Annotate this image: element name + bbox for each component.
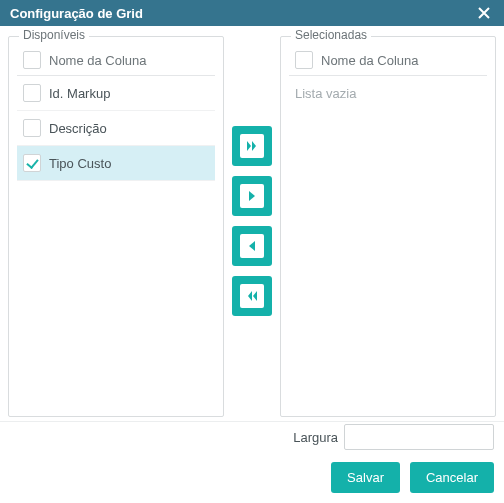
- chevron-right-icon: [240, 184, 264, 208]
- row-label: Id. Markup: [49, 86, 110, 101]
- dialog-titlebar: Configuração de Grid: [0, 0, 504, 26]
- available-panel: Disponíveis Nome da Coluna Id. Markup De…: [8, 36, 224, 417]
- move-right-button[interactable]: [232, 176, 272, 216]
- available-header-row: Nome da Coluna: [17, 45, 215, 76]
- row-checkbox[interactable]: [23, 119, 41, 137]
- double-chevron-right-icon: [240, 134, 264, 158]
- dialog-title: Configuração de Grid: [10, 6, 143, 21]
- width-label: Largura: [293, 430, 338, 445]
- available-legend: Disponíveis: [19, 28, 89, 42]
- width-input[interactable]: [344, 424, 494, 450]
- selected-header-label: Nome da Coluna: [321, 53, 419, 68]
- available-list: Id. Markup Descrição Tipo Custo: [17, 76, 215, 408]
- row-label: Descrição: [49, 121, 107, 136]
- row-checkbox[interactable]: [23, 84, 41, 102]
- selected-header-checkbox[interactable]: [295, 51, 313, 69]
- save-button[interactable]: Salvar: [331, 462, 400, 493]
- row-checkbox[interactable]: [23, 154, 41, 172]
- available-header-checkbox[interactable]: [23, 51, 41, 69]
- grid-config-dialog: Configuração de Grid Disponíveis Nome da…: [0, 0, 504, 503]
- transfer-buttons: [228, 36, 276, 417]
- available-row[interactable]: Id. Markup: [17, 76, 215, 111]
- available-header-label: Nome da Coluna: [49, 53, 147, 68]
- dialog-footer: Salvar Cancelar: [0, 454, 504, 503]
- selected-list: Lista vazia: [289, 76, 487, 408]
- chevron-left-icon: [240, 234, 264, 258]
- selected-header-row: Nome da Coluna: [289, 45, 487, 76]
- double-chevron-left-icon: [240, 284, 264, 308]
- dialog-content: Disponíveis Nome da Coluna Id. Markup De…: [0, 26, 504, 421]
- selected-panel: Selecionadas Nome da Coluna Lista vazia: [280, 36, 496, 417]
- selected-empty-text: Lista vazia: [289, 76, 487, 111]
- row-label: Tipo Custo: [49, 156, 111, 171]
- selected-legend: Selecionadas: [291, 28, 371, 42]
- move-all-left-button[interactable]: [232, 276, 272, 316]
- width-row: Largura: [0, 421, 504, 454]
- move-left-button[interactable]: [232, 226, 272, 266]
- close-icon[interactable]: [474, 7, 494, 19]
- available-row[interactable]: Descrição: [17, 111, 215, 146]
- cancel-button[interactable]: Cancelar: [410, 462, 494, 493]
- move-all-right-button[interactable]: [232, 126, 272, 166]
- available-row[interactable]: Tipo Custo: [17, 146, 215, 181]
